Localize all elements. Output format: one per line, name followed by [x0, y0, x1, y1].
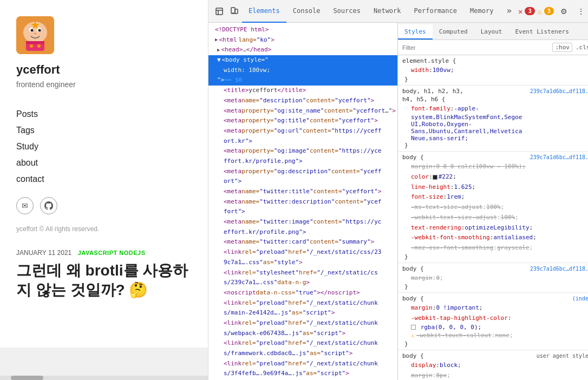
settings-button[interactable]: ⚙	[556, 4, 571, 19]
style-prop-wktaphighlight[interactable]: -webkit-tap-highlight-color :	[402, 313, 588, 324]
nav-study[interactable]: Study	[16, 140, 192, 154]
svg-point-12	[37, 44, 41, 48]
devtools-content: <!DOCTYPE html> ▶ <html lang= "ko" > ▶ <…	[208, 23, 588, 380]
tab-styles[interactable]: Styles	[398, 24, 433, 40]
style-prop-display-block[interactable]: display : block ;	[402, 361, 588, 371]
dom-link-preload1[interactable]: <link rel= "preload" href= "/_next/stati…	[208, 247, 397, 258]
dom-meta-twcard[interactable]: <meta name= "twitter:card" content= "sum…	[208, 237, 397, 247]
style-prop-fontfamily[interactable]: font-family : -apple-	[402, 104, 588, 114]
nav-about[interactable]: about	[16, 156, 192, 170]
dom-meta-twdesc[interactable]: <meta name= "twitter:description" conten…	[208, 197, 397, 207]
dom-meta-ogimg-cont[interactable]: ffort.kr/profile.png">	[208, 156, 397, 167]
dom-meta-twimg-cont[interactable]: effort.kr/profile.png">	[208, 227, 397, 238]
tab-computed[interactable]: Computed	[433, 24, 474, 40]
dom-meta-ogtitle[interactable]: <meta property= "og:title" content= "yce…	[208, 116, 397, 126]
style-prop-wktextsize[interactable]: -webkit-text-size-adjust : 100% ;	[402, 213, 588, 223]
svg-point-11	[30, 44, 33, 48]
dom-head[interactable]: ▶ <head> … </head>	[208, 45, 397, 55]
svg-rect-13	[216, 8, 223, 15]
dom-link-preload1-cont[interactable]: 9c7a1….css" as= "style" >	[208, 258, 397, 268]
styles-content: element.style { width : 100vw ; } body, …	[398, 55, 588, 380]
dom-meta-ogurl[interactable]: <meta property= "og:url" content= "https…	[208, 126, 397, 136]
nav-posts[interactable]: Posts	[16, 107, 192, 121]
styles-filter-input[interactable]	[402, 44, 549, 51]
style-prop-wkfontsmoothing[interactable]: -webkit-font-smoothing : antialiased ;	[402, 233, 588, 243]
nav-tags[interactable]: Tags	[16, 123, 192, 137]
dom-body-eq[interactable]: "> == $0	[208, 75, 397, 86]
style-prop-margin-important[interactable]: margin : 0 !important ;	[402, 303, 588, 313]
github-icon-btn[interactable]	[40, 197, 57, 214]
dom-meta-twdesc-cont[interactable]: fort">	[208, 207, 397, 217]
dom-body-open[interactable]: ▼ <body style="	[208, 55, 397, 65]
dom-title[interactable]: <title> yceffort </title>	[208, 86, 397, 96]
dom-link-main-pre[interactable]: <link rel= "preload" href= "/_next/stati…	[208, 298, 397, 309]
dom-noscript[interactable]: <noscript data-n-css= "true" ></noscript…	[208, 288, 397, 298]
style-selector-bodyh: body, h1, h2, h3, 239c7a1d6bc…df118.css:…	[402, 88, 588, 95]
tab-more[interactable]: »	[500, 0, 518, 23]
style-prop-mozfontsmoothing[interactable]: -moz-osx-font-smoothing : grayscale ;	[402, 243, 588, 253]
tab-console[interactable]: Console	[286, 0, 327, 23]
filter-hov-btn[interactable]: :hov	[552, 43, 572, 52]
dom-link-3f4-cont[interactable]: s/3f4fefb….9e69f4a….js" as= "script" >	[208, 369, 397, 379]
error-badge: 3	[525, 7, 535, 15]
style-source-body3[interactable]: (index):88	[572, 296, 588, 302]
tab-sources[interactable]: Sources	[326, 0, 367, 23]
style-source-body2[interactable]: 239c7a1d6bc…df118.css:1	[530, 266, 588, 272]
dom-meta-ogdesc[interactable]: <meta property= "og:description" content…	[208, 167, 397, 177]
dom-meta-ogimg[interactable]: <meta property= "og:image" content= "htt…	[208, 146, 397, 156]
dom-doctype[interactable]: <!DOCTYPE html>	[208, 25, 397, 35]
style-prop-fontsize[interactable]: font-size : 1rem ;	[402, 192, 588, 202]
style-source-bodyh[interactable]: 239c7a1d6bc…df118.css:1	[530, 88, 588, 94]
svg-point-5	[31, 29, 34, 32]
device-button[interactable]	[227, 4, 242, 19]
dom-link-main-cont[interactable]: s/main-2e4142d….js" as= "script" >	[208, 308, 397, 318]
dom-link-webpack-cont[interactable]: s/webpack-e067438….js" as= "script" >	[208, 329, 397, 339]
dom-panel: <!DOCTYPE html> ▶ <html lang= "ko" > ▶ <…	[208, 23, 398, 380]
svg-point-6	[38, 29, 41, 32]
svg-rect-10	[26, 41, 44, 44]
color-swatch-rgba[interactable]	[411, 325, 416, 330]
filter-cls-btn[interactable]: .cls	[576, 44, 588, 51]
tab-memory[interactable]: Memory	[463, 0, 500, 23]
style-prop-margin2[interactable]: margin : 0 ;	[402, 273, 588, 284]
dom-meta-ogurl-cont[interactable]: ort.kr">	[208, 136, 397, 147]
color-swatch-222[interactable]	[433, 175, 437, 180]
dom-meta-desc[interactable]: <meta name= "description" content= "ycef…	[208, 96, 397, 106]
dom-meta-ogsite[interactable]: <meta property= "og:site_name" content= …	[208, 106, 397, 116]
dom-meta-twtitle[interactable]: <meta name= "twitter:title" content= "yc…	[208, 187, 397, 197]
style-prop-color[interactable]: color : #222 ;	[402, 172, 588, 182]
style-prop-wktouchcallout[interactable]: ⚠ -webkit-touch-callout : none ;	[402, 331, 588, 341]
style-prop-margin-st[interactable]: margin : 0 0 0 calc(100vw - 100%) ;	[402, 162, 588, 172]
dom-link-stylesheet[interactable]: <link rel= "stylesheet" href= "/_next/st…	[208, 268, 397, 278]
site-footer: yceffort © All rights reserved.	[0, 225, 208, 233]
tab-layout[interactable]: Layout	[474, 24, 509, 40]
email-icon-btn[interactable]: ✉	[16, 197, 34, 214]
devtools-panel: Elements Console Sources Network Perform…	[208, 0, 588, 380]
dom-link-fw-cont[interactable]: s/framework.cdbdac0….js" as= "script" >	[208, 349, 397, 359]
dom-link-webpack-pre[interactable]: <link rel= "preload" href= "/_next/stati…	[208, 318, 397, 329]
style-prop-margin-8px[interactable]: margin : 8px ;	[402, 371, 588, 380]
style-prop-lineheight[interactable]: line-height : 1.625 ;	[402, 182, 588, 193]
style-source-useragent: user agent stylesheet	[537, 353, 588, 359]
dom-body-width[interactable]: width: 100vw;	[208, 65, 397, 76]
dom-html[interactable]: ▶ <html lang= "ko" >	[208, 35, 397, 45]
dom-link-stylesheet-cont[interactable]: s/239c7a1….css" data-n-g >	[208, 278, 397, 288]
dom-link-fw-pre[interactable]: <link rel= "preload" href= "/_next/stati…	[208, 338, 397, 349]
style-source-body1[interactable]: 239c7a1d6bc…df118.css:1	[530, 154, 588, 160]
nav-contact[interactable]: contact	[16, 172, 192, 186]
dom-meta-twimg[interactable]: <meta name= "twitter:image" content= "ht…	[208, 217, 397, 227]
dom-link-3f4-pre[interactable]: <link rel= "preload" href= "/_next/stati…	[208, 359, 397, 369]
inspect-button[interactable]	[212, 4, 227, 19]
site-header: yceffort frontend engineer	[0, 0, 208, 107]
tab-elements[interactable]: Elements	[242, 0, 286, 23]
dom-meta-ogdesc-cont[interactable]: ort">	[208, 176, 397, 187]
tab-performance[interactable]: Performance	[408, 0, 463, 23]
more-button[interactable]: ⋮	[573, 4, 588, 19]
styles-panel: Styles Computed Layout Event Listeners »…	[398, 23, 588, 380]
style-selector-element: element.style {	[402, 57, 588, 64]
style-prop-mstextsize[interactable]: -ms-text-size-adjust : 100% ;	[402, 202, 588, 213]
tab-network[interactable]: Network	[367, 0, 408, 23]
tab-event-listeners[interactable]: Event Listeners	[508, 24, 575, 40]
style-prop-width[interactable]: width : 100vw ;	[402, 65, 588, 76]
style-prop-textrendering[interactable]: text-rendering : optimizeLegibility ;	[402, 223, 588, 233]
